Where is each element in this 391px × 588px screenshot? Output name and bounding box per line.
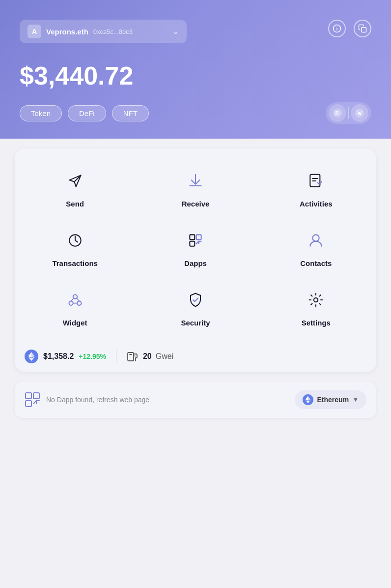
wallet-avatar: A	[28, 25, 41, 38]
asset-tabs: Token DeFi NFT B	[20, 102, 371, 124]
security-action[interactable]: Security	[135, 277, 255, 337]
dapp-bar: No Dapp found, refresh web page Ethereum…	[15, 382, 376, 418]
svg-rect-19	[33, 393, 39, 399]
svg-point-12	[73, 294, 77, 298]
send-icon	[62, 168, 88, 194]
contacts-icon	[303, 228, 329, 253]
network-selector[interactable]: Ethereum ▼	[295, 390, 366, 409]
settings-icon	[303, 287, 329, 313]
main-action-card: Send Receive Activities	[15, 148, 376, 372]
svg-rect-20	[26, 401, 31, 407]
balance-amount: $3,440.72	[20, 61, 371, 90]
activities-icon	[303, 168, 329, 194]
address-chevron-icon: ⌄	[173, 28, 179, 35]
dapps-label: Dapps	[184, 259, 207, 267]
receive-icon	[183, 168, 208, 194]
dapps-icon	[183, 228, 208, 253]
contacts-action[interactable]: Contacts	[256, 218, 376, 277]
dapp-message: No Dapp found, refresh web page	[46, 396, 149, 404]
security-label: Security	[181, 319, 210, 327]
svg-rect-9	[196, 235, 201, 239]
dex-icons: B	[326, 102, 371, 124]
gas-value: 20	[143, 352, 152, 361]
dex-b-icon[interactable]: B	[329, 104, 346, 122]
hero-section: A Veprons.eth 0xca5c...8dc3 ⌄ $3,440.72 …	[0, 0, 391, 139]
info-button[interactable]	[328, 20, 346, 37]
status-divider	[116, 349, 116, 364]
dapps-bar-icon	[25, 392, 40, 408]
receive-action[interactable]: Receive	[135, 158, 255, 218]
svg-rect-17	[128, 353, 134, 361]
widget-label: Widget	[63, 319, 87, 327]
send-label: Send	[66, 200, 84, 208]
settings-label: Settings	[302, 319, 331, 327]
svg-rect-8	[190, 235, 195, 239]
svg-point-13	[69, 301, 73, 305]
dex-divider	[348, 107, 349, 119]
tab-token[interactable]: Token	[20, 105, 62, 121]
receive-label: Receive	[182, 200, 210, 208]
dex-m-icon[interactable]	[351, 104, 368, 122]
dapps-action[interactable]: Dapps	[135, 218, 255, 277]
svg-rect-3	[362, 28, 366, 32]
svg-rect-10	[190, 241, 195, 246]
security-icon	[183, 287, 208, 313]
activities-label: Activities	[300, 200, 333, 208]
copy-button[interactable]	[354, 20, 371, 37]
eth-price-value: $1,358.2	[43, 352, 74, 361]
transactions-icon	[62, 228, 88, 253]
gas-unit: Gwei	[156, 352, 173, 361]
wallet-name: Veprons.eth	[46, 28, 88, 36]
network-eth-icon	[303, 394, 313, 405]
contacts-label: Contacts	[300, 259, 332, 267]
header-icons	[328, 20, 371, 37]
network-chevron-icon: ▼	[353, 396, 359, 403]
svg-point-14	[77, 301, 81, 305]
transactions-action[interactable]: Transactions	[15, 218, 135, 277]
eth-change-value: +12.95%	[79, 353, 106, 360]
actions-grid: Send Receive Activities	[15, 158, 376, 337]
eth-price-section: $1,358.2 +12.95%	[25, 350, 106, 363]
svg-text:B: B	[335, 111, 338, 116]
dapp-left: No Dapp found, refresh web page	[25, 392, 149, 408]
svg-point-15	[314, 298, 318, 302]
wallet-address: 0xca5c...8dc3	[93, 28, 133, 35]
tab-nft[interactable]: NFT	[112, 105, 149, 121]
gas-info-section: 20 Gwei	[126, 350, 173, 363]
widget-icon	[62, 287, 88, 313]
gas-icon	[126, 350, 139, 363]
transactions-label: Transactions	[52, 259, 98, 267]
tab-defi[interactable]: DeFi	[68, 105, 106, 121]
settings-action[interactable]: Settings	[256, 277, 376, 337]
activities-action[interactable]: Activities	[256, 158, 376, 218]
svg-rect-18	[26, 393, 31, 399]
eth-logo-icon	[25, 350, 38, 363]
send-action[interactable]: Send	[15, 158, 135, 218]
status-bar: $1,358.2 +12.95% 20 Gwei	[15, 341, 376, 372]
network-name: Ethereum	[317, 396, 349, 404]
widget-action[interactable]: Widget	[15, 277, 135, 337]
address-bar[interactable]: A Veprons.eth 0xca5c...8dc3 ⌄	[20, 20, 187, 43]
svg-point-11	[313, 235, 319, 241]
